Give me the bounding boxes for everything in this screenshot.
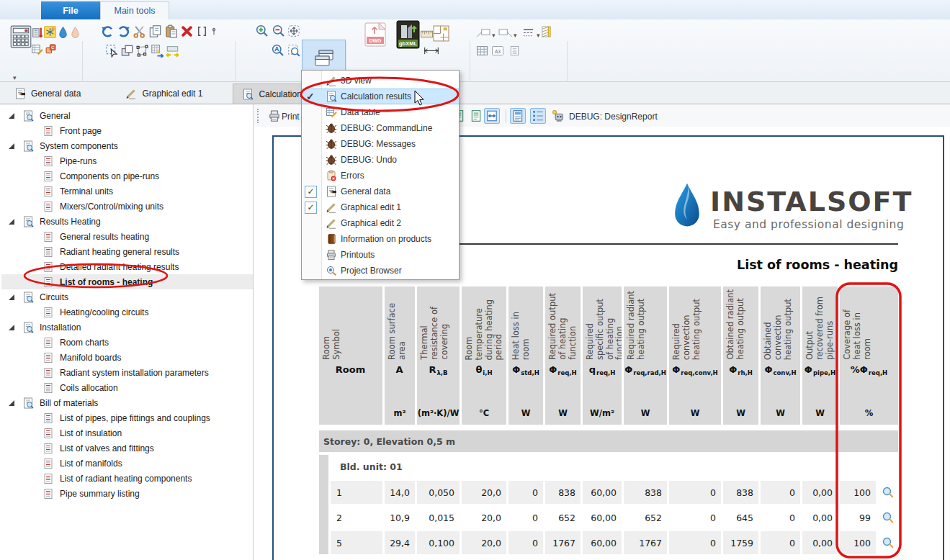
tree-item-mixers-control-mixing-units[interactable]: Mixers/Control/mixing units xyxy=(1,199,253,214)
zoom-in-icon[interactable] xyxy=(256,24,269,37)
copy-icon[interactable] xyxy=(148,24,162,38)
expander-icon[interactable] xyxy=(9,219,14,225)
outline-view-icon[interactable] xyxy=(530,108,546,124)
duplicate-icon[interactable] xyxy=(120,44,134,58)
dwg-import-icon[interactable]: DWG xyxy=(364,22,386,48)
toolbar-drag-handle[interactable] xyxy=(257,109,259,123)
print-button[interactable]: Print xyxy=(282,112,300,122)
checked-checkbox[interactable]: ✓ xyxy=(305,202,317,214)
a3-sheet-icon[interactable]: A3 xyxy=(491,45,504,57)
building-thermometer-icon[interactable] xyxy=(31,26,43,38)
expander-icon[interactable] xyxy=(9,400,14,406)
tree-item-radiant-system-installation-parameters[interactable]: Radiant system installation parameters xyxy=(1,365,253,380)
gbxml-import-icon[interactable]: gbXML xyxy=(396,20,420,49)
tree-item-general-results-heating[interactable]: General results heating xyxy=(1,229,253,244)
tree-item-list-of-rooms-heating[interactable]: List of rooms - heating xyxy=(1,274,253,289)
tree-item-system-components[interactable]: System components xyxy=(1,138,253,153)
menu-item-printouts[interactable]: Printouts xyxy=(302,247,459,263)
ruler-icon[interactable] xyxy=(421,30,433,38)
tree-item-manifold-boards[interactable]: Manifold boards xyxy=(1,350,253,365)
row-magnifier-button[interactable] xyxy=(878,506,898,529)
tree-item-heating-cooling-circuits[interactable]: Heating/cooling circuits xyxy=(1,304,253,320)
select-dashed-icon[interactable] xyxy=(105,44,119,58)
component-copy-icon[interactable]: C xyxy=(45,43,57,55)
menu-item-information-on-products[interactable]: Information on products xyxy=(302,231,459,247)
tree-item-terminal-units[interactable]: Terminal units xyxy=(1,184,253,199)
main-tools-tab[interactable]: Main tools xyxy=(100,1,169,19)
calculator-icon[interactable] xyxy=(9,22,33,51)
tree-item-general[interactable]: General xyxy=(1,108,253,123)
table-grid-icon[interactable] xyxy=(476,45,488,57)
calculations-dropdown-caret[interactable]: ▾ xyxy=(13,74,17,81)
tree-item-list-of-radiant-heating-components[interactable]: List of radiant heating components xyxy=(1,471,253,486)
floor-plan-icon[interactable] xyxy=(433,25,449,42)
grid-move-icon[interactable] xyxy=(151,44,164,58)
zoom-region-icon[interactable] xyxy=(287,44,300,57)
menu-item-debug-undo[interactable]: DEBUG: Undo xyxy=(302,152,459,168)
pan-hand-icon[interactable] xyxy=(287,24,300,37)
row-magnifier-button[interactable] xyxy=(878,481,898,504)
redo-icon[interactable] xyxy=(117,24,130,38)
page-preview-icon[interactable] xyxy=(510,108,526,124)
menu-item-graphical-edit-2[interactable]: Graphical edit 2 xyxy=(302,215,459,231)
menu-item-debug-messages[interactable]: DEBUG: Messages xyxy=(302,136,459,152)
tree-item-list-of-insulation[interactable]: List of insulation xyxy=(1,425,253,441)
tree-item-pipe-summary-listing[interactable]: Pipe summary listing xyxy=(1,486,253,501)
line-types-icon[interactable] xyxy=(522,27,536,38)
undo-icon[interactable] xyxy=(101,24,115,38)
tree-item-coils-allocation[interactable]: Coils allocation xyxy=(1,380,253,395)
menu-item-debug-commandline[interactable]: DEBUG: CommandLine xyxy=(302,120,459,136)
tree-item-installation[interactable]: Installation xyxy=(1,320,253,335)
tree-item-detailed-radiant-heating-results[interactable]: Detailed radiant heating results xyxy=(1,259,253,274)
table-edit-icon[interactable] xyxy=(31,43,43,55)
spacing-arrows-icon[interactable] xyxy=(166,44,179,58)
print-icon[interactable] xyxy=(266,108,282,124)
page-continuous-icon[interactable] xyxy=(468,108,484,124)
tree-item-components-on-pipe-runs[interactable]: Components on pipe-runs xyxy=(1,168,253,184)
fit-width-icon[interactable] xyxy=(484,108,500,124)
tree-item-front-page[interactable]: Front page xyxy=(1,123,253,138)
zoom-font-icon[interactable]: A xyxy=(272,44,284,57)
polygon-select-icon[interactable] xyxy=(135,44,149,58)
row-magnifier-button[interactable] xyxy=(878,531,898,554)
zoom-out-icon[interactable] xyxy=(272,24,285,37)
select-brackets-icon[interactable] xyxy=(196,24,208,38)
tree-item-list-of-valves-and-fittings[interactable]: List of valves and fittings xyxy=(1,441,253,456)
pin-icon[interactable] xyxy=(210,24,218,38)
expander-icon[interactable] xyxy=(9,113,14,119)
menu-item-errors[interactable]: Errors xyxy=(302,168,459,184)
menu-item-3d-view[interactable]: 3D view xyxy=(302,73,459,89)
tree-item-room-charts[interactable]: Room charts xyxy=(1,335,253,350)
file-tab[interactable]: File xyxy=(41,1,100,19)
menu-item-project-browser[interactable]: Project Browser xyxy=(302,263,459,279)
menu-item-general-data[interactable]: ✓General data xyxy=(302,184,459,199)
dropdown-caret-icon[interactable]: ▾ xyxy=(514,32,517,39)
tree-item-circuits[interactable]: Circuits xyxy=(1,289,253,304)
expander-icon[interactable] xyxy=(9,143,14,149)
dropdown-caret-icon[interactable]: ▾ xyxy=(492,32,496,39)
snowflake-sun-icon[interactable] xyxy=(44,26,56,38)
tree-item-list-of-pipes-pipe-fittings-and-couplings[interactable]: List of pipes, pipe fittings and couplin… xyxy=(1,410,253,425)
label-leader-right-icon[interactable] xyxy=(498,27,513,38)
tree-item-list-of-manifolds[interactable]: List of manifolds xyxy=(1,456,253,471)
tree-item-bill-of-materials[interactable]: Bill of materials xyxy=(1,395,253,410)
doc-tab-graphical-edit-1[interactable]: Graphical edit 1 xyxy=(117,83,211,104)
expander-icon[interactable] xyxy=(9,325,14,330)
paste-icon[interactable] xyxy=(164,24,178,38)
tree-item-results-heating[interactable]: Results Heating xyxy=(1,214,253,229)
checked-checkbox[interactable]: ✓ xyxy=(305,186,317,198)
list-sheet-icon[interactable] xyxy=(509,45,520,57)
dimension-arrows-icon[interactable] xyxy=(424,46,439,55)
delete-icon[interactable] xyxy=(180,24,194,38)
label-leader-left-icon[interactable] xyxy=(476,27,491,38)
menu-item-calculation-results[interactable]: ✓Calculation results xyxy=(302,89,459,104)
hatch-icon[interactable] xyxy=(541,25,552,38)
doc-tab-general-data[interactable]: General data xyxy=(6,83,89,104)
water-drop-blue-icon[interactable] xyxy=(58,26,68,39)
dropdown-caret-icon[interactable]: ▾ xyxy=(537,32,540,39)
menu-item-graphical-edit-1[interactable]: ✓Graphical edit 1 xyxy=(302,199,459,215)
scissors-icon[interactable] xyxy=(133,24,146,38)
expander-icon[interactable] xyxy=(9,294,14,300)
water-drop-pale-icon[interactable] xyxy=(70,26,81,39)
menu-item-data-table[interactable]: Data table xyxy=(302,104,459,120)
